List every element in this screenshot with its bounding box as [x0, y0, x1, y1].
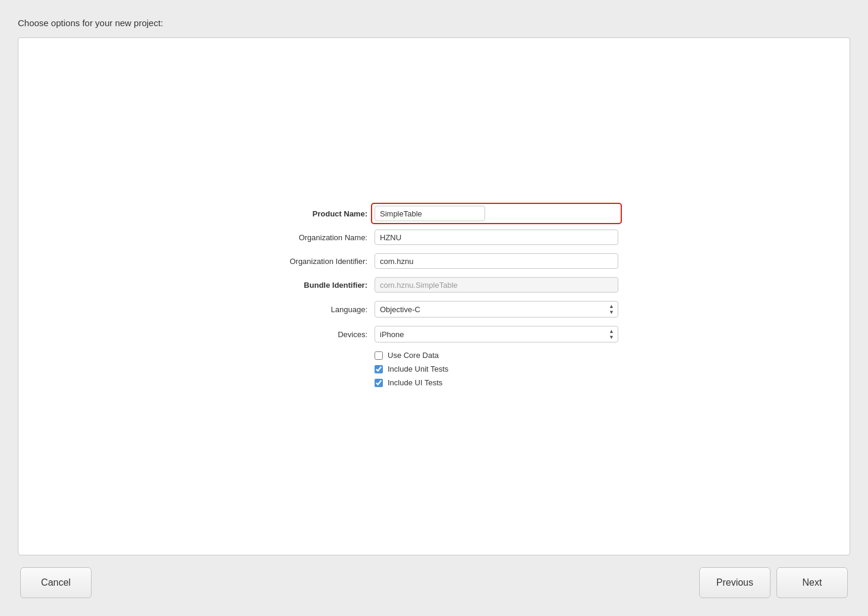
- use-core-data-label[interactable]: Use Core Data: [388, 351, 439, 360]
- checkboxes-group: Use Core Data Include Unit Tests Include…: [375, 351, 618, 387]
- include-ui-tests-label[interactable]: Include UI Tests: [388, 378, 442, 387]
- bundle-identifier-label: Bundle Identifier:: [250, 281, 375, 290]
- page-title: Choose options for your new project:: [18, 18, 850, 28]
- include-ui-tests-item: Include UI Tests: [375, 378, 618, 387]
- devices-row: Devices: iPhone iPad Universal ▲ ▼: [250, 326, 618, 342]
- language-select[interactable]: Objective-C Swift: [375, 301, 618, 318]
- form-container: Product Name: Organization Name: Organiz…: [250, 206, 618, 387]
- org-name-input[interactable]: [375, 230, 618, 245]
- org-name-row: Organization Name:: [250, 230, 618, 245]
- use-core-data-item: Use Core Data: [375, 351, 618, 360]
- main-panel: Product Name: Organization Name: Organiz…: [18, 37, 850, 555]
- product-name-label: Product Name:: [250, 209, 375, 218]
- language-row: Language: Objective-C Swift ▲ ▼: [250, 301, 618, 318]
- org-identifier-input[interactable]: [375, 253, 618, 269]
- include-unit-tests-label[interactable]: Include Unit Tests: [388, 364, 448, 373]
- include-unit-tests-checkbox[interactable]: [375, 365, 383, 373]
- product-name-wrapper: [375, 206, 618, 221]
- use-core-data-checkbox[interactable]: [375, 351, 383, 360]
- footer: Cancel Previous Next: [18, 567, 850, 598]
- devices-select-wrapper: iPhone iPad Universal ▲ ▼: [375, 326, 618, 342]
- org-identifier-label: Organization Identifier:: [250, 257, 375, 266]
- cancel-button[interactable]: Cancel: [20, 567, 92, 598]
- bundle-identifier-value: com.hznu.SimpleTable: [375, 277, 618, 293]
- org-identifier-row: Organization Identifier:: [250, 253, 618, 269]
- language-label: Language:: [250, 305, 375, 314]
- devices-label: Devices:: [250, 330, 375, 339]
- include-unit-tests-item: Include Unit Tests: [375, 364, 618, 373]
- language-select-wrapper: Objective-C Swift ▲ ▼: [375, 301, 618, 318]
- previous-button[interactable]: Previous: [699, 567, 770, 598]
- product-name-input[interactable]: [375, 206, 485, 221]
- footer-right: Previous Next: [699, 567, 848, 598]
- include-ui-tests-checkbox[interactable]: [375, 379, 383, 387]
- org-name-label: Organization Name:: [250, 233, 375, 242]
- bundle-identifier-row: Bundle Identifier: com.hznu.SimpleTable: [250, 277, 618, 293]
- next-button[interactable]: Next: [776, 567, 848, 598]
- devices-select[interactable]: iPhone iPad Universal: [375, 326, 618, 342]
- product-name-row: Product Name:: [250, 206, 618, 221]
